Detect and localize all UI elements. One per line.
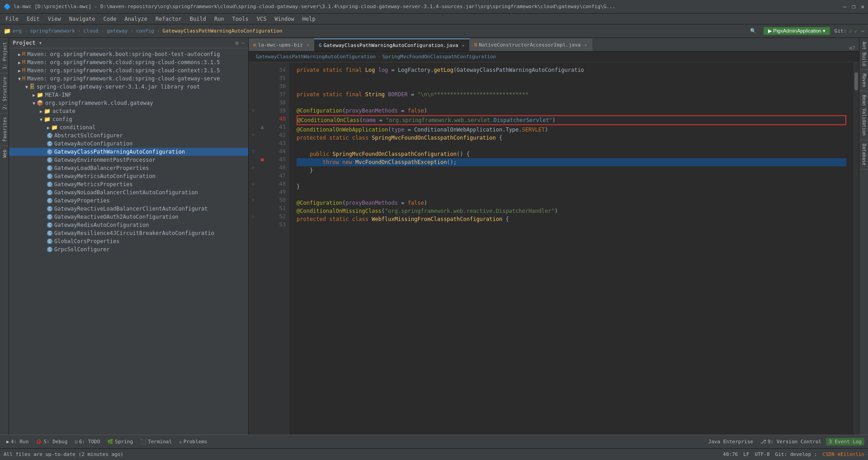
menu-view[interactable]: View <box>44 15 65 23</box>
tab-native-constructor[interactable]: N NativeConstructorAccessorImpl.java ✕ <box>470 38 592 51</box>
terminal-icon: ⬛ <box>140 439 146 445</box>
tab-overflow-button[interactable]: ≡7 <box>846 45 859 51</box>
tree-item-global-cors[interactable]: C GlobalCorsProperties <box>9 237 248 245</box>
close-button[interactable]: ✕ <box>861 3 864 10</box>
problems-button[interactable]: ⚠ Problems <box>176 438 210 446</box>
scrollbar[interactable] <box>854 62 859 435</box>
run-button[interactable]: ▶ 4: Run <box>4 438 31 446</box>
encoding[interactable]: UTF-8 <box>755 451 769 457</box>
project-settings-icon[interactable]: ⚙ <box>236 40 239 46</box>
tree-item-maven2[interactable]: ▶ M Maven: org.springframework.cloud:spr… <box>9 58 248 66</box>
todo-button[interactable]: ☑ 6: TODO <box>72 438 103 446</box>
tab-maven[interactable]: Maven <box>859 70 868 91</box>
menu-code[interactable]: Code <box>100 15 120 23</box>
menu-edit[interactable]: Edit <box>23 15 43 23</box>
tabs-bar: m la-mwc-upms-biz ✕ G GatewayClassPathWa… <box>249 38 859 52</box>
project-collapse-icon[interactable]: — <box>241 40 245 46</box>
menu-help[interactable]: Help <box>299 15 319 23</box>
menu-analyze[interactable]: Analyze <box>121 15 151 23</box>
tab-structure[interactable]: 2: Structure <box>0 73 9 113</box>
tab-close-button[interactable]: ✕ <box>462 43 465 48</box>
terminal-button[interactable]: ⬛ Terminal <box>137 438 175 446</box>
menu-window[interactable]: Window <box>271 15 297 23</box>
menu-tools[interactable]: Tools <box>229 15 252 23</box>
code-line-52: protected static class WebfluxMissingFro… <box>297 215 846 223</box>
fold-arrow-46[interactable]: ▷ <box>249 164 258 172</box>
minimize-button[interactable]: — <box>843 3 847 10</box>
cursor-position: 40:76 <box>723 451 738 457</box>
nav-gateway[interactable]: gateway <box>107 28 127 34</box>
tree-item-config[interactable]: ▼ 📁 config <box>9 115 248 123</box>
nav-org[interactable]: org <box>13 28 22 34</box>
menu-refactor[interactable]: Refactor <box>152 15 185 23</box>
tab-web[interactable]: Web <box>0 146 9 161</box>
fold-arrow-52[interactable]: ▷ <box>249 212 258 221</box>
nav-springframework[interactable]: springframework <box>30 28 75 34</box>
tree-item-gateway-no-lb[interactable]: C GatewayNoLoadBalancerClientAutoConfigu… <box>9 188 248 197</box>
tab-close-button[interactable]: ✕ <box>584 42 587 47</box>
git-status[interactable]: Git: develop : <box>775 451 817 457</box>
maximize-button[interactable]: ❐ <box>852 3 855 10</box>
fold-arrow-39[interactable]: ▽ <box>249 107 258 115</box>
nav-cloud[interactable]: cloud <box>83 28 98 34</box>
debug-button[interactable]: 🐞 5: Debug <box>33 438 70 446</box>
tree-item-conditional[interactable]: ▶ 📁 conditional <box>9 123 248 131</box>
tree-item-jar[interactable]: ▼ 🗄 spring-cloud-gateway-server-3.1.4.ja… <box>9 83 248 91</box>
fold-arrow-44[interactable]: ▽ <box>249 147 258 155</box>
spring-button[interactable]: 🌿 Spring <box>104 438 136 446</box>
tab-bean-validation[interactable]: Bean Validation <box>859 91 868 140</box>
code-content[interactable]: private static final Log log = LogFactor… <box>289 62 854 435</box>
fold-arrow-48[interactable]: ▷ <box>249 180 258 188</box>
tab-upms-biz[interactable]: m la-mwc-upms-biz ✕ <box>249 38 314 51</box>
tab-database[interactable]: Database <box>859 140 868 169</box>
left-sidebar-tabs: 1: Project 2: Structure Favorites Web <box>0 38 9 435</box>
tab-favorites[interactable]: Favorites <box>0 113 9 145</box>
menu-run[interactable]: Run <box>211 15 228 23</box>
run-config-button[interactable]: ▶ PigxAdminApplication ▾ <box>764 27 830 35</box>
tree-item-maven3[interactable]: ▶ M Maven: org.springframework.cloud:spr… <box>9 66 248 75</box>
menu-file[interactable]: File <box>2 15 22 23</box>
fold-arrow-42[interactable]: ▽ <box>249 131 258 139</box>
title-bar: 🔷 la-mwc [D:\project\la-mwc] - D:\maven-… <box>0 0 868 14</box>
tree-item-org-package[interactable]: ▼ 📦 org.springframework.cloud.gateway <box>9 99 248 107</box>
bc-gateway-class[interactable]: GatewayClassPathWarningAutoConfiguration <box>256 54 376 60</box>
tree-item-gateway-metrics-auto[interactable]: C GatewayMetricsAutoConfiguration <box>9 172 248 180</box>
menu-vcs[interactable]: VCS <box>253 15 270 23</box>
tree-item-meta-inf[interactable]: ▶ 📁 META-INF <box>9 91 248 99</box>
tab-close-button[interactable]: ✕ <box>307 42 309 47</box>
tree-item-maven1[interactable]: ▶ M Maven: org.springframework.boot:spri… <box>9 50 248 58</box>
tab-project[interactable]: 1: Project <box>0 38 9 73</box>
nav-config[interactable]: config <box>136 28 154 34</box>
tab-gateway-classpath[interactable]: G GatewayClassPathWarningAutoConfigurati… <box>314 38 470 51</box>
tab-ant-build[interactable]: Ant Build <box>859 38 868 70</box>
java-enterprise-button[interactable]: Java Enterprise <box>706 438 756 446</box>
bc-spring-mvc[interactable]: SpringMvcFoundOnClasspathConfiguration <box>382 54 496 60</box>
menu-navigate[interactable]: Navigate <box>66 15 99 23</box>
line-ending[interactable]: LF <box>743 451 749 457</box>
tree-item-gateway-metrics-props[interactable]: C GatewayMetricsProperties <box>9 180 248 188</box>
tree-item-gateway-classpath[interactable]: C GatewayClassPathWarningAutoConfigurati… <box>9 148 248 156</box>
tree-item-maven4[interactable]: ▼ M Maven: org.springframework.cloud:spr… <box>9 75 248 83</box>
tree-item-abstract-ssl[interactable]: C AbstractSslConfigurer <box>9 131 248 140</box>
event-log-button[interactable]: 3 Event Log <box>826 438 864 446</box>
class-icon: C <box>47 190 52 195</box>
status-bar: All files are up-to-date (2 minutes ago)… <box>0 448 868 460</box>
tree-arrow: ▶ <box>40 109 42 114</box>
tree-item-gateway-props[interactable]: C GatewayProperties <box>9 197 248 205</box>
menu-build[interactable]: Build <box>186 15 210 23</box>
tree-item-grpc-ssl[interactable]: C GrpcSslConfigurer <box>9 245 248 253</box>
tree-item-gateway-redis[interactable]: C GatewayRedisAutoConfiguration <box>9 221 248 229</box>
tree-item-gateway-lb-props[interactable]: C GatewayLoadBalancerProperties <box>9 164 248 172</box>
tree-item-gateway-env[interactable]: C GatewayEnvironmentPostProcessor <box>9 156 248 164</box>
tree-arrow: ▼ <box>40 117 42 122</box>
class-icon: C <box>47 206 52 211</box>
tree-item-gateway-auto[interactable]: C GatewayAutoConfiguration <box>9 140 248 148</box>
tree-item-gateway-reactive-oauth[interactable]: C GatewayReactiveOAuth2AutoConfiguration <box>9 213 248 221</box>
fold-arrow-50[interactable]: ▽ <box>249 196 258 204</box>
nav-class[interactable]: GatewayClassPathWarningAutoConfiguration <box>163 28 283 34</box>
version-control-button[interactable]: ⎇ 9: Version Control <box>758 438 824 446</box>
tree-item-actuate[interactable]: ▶ 📁 actuate <box>9 107 248 115</box>
tree-item-gateway-reactive-lb[interactable]: C GatewayReactiveLoadBalancerClientAutoC… <box>9 205 248 213</box>
git-undo[interactable]: ↩ <box>861 28 864 34</box>
tree-item-gateway-resilience[interactable]: C GatewayResilience4JCircuitBreakerAutoC… <box>9 229 248 237</box>
